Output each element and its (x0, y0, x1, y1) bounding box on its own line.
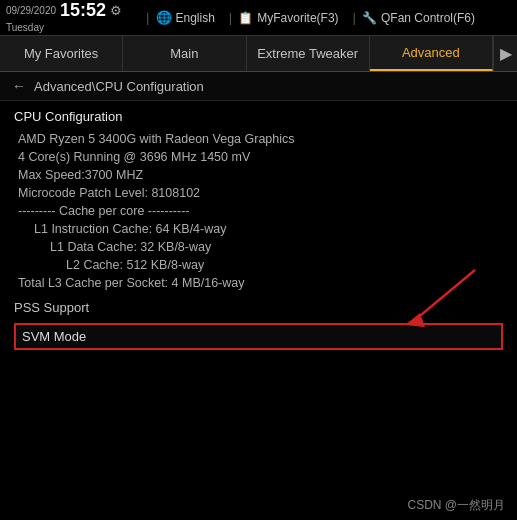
tab-my-favorites[interactable]: My Favorites (0, 36, 123, 71)
myfavorite-status[interactable]: 📋 MyFavorite(F3) (238, 11, 338, 25)
globe-icon: 🌐 (156, 10, 172, 25)
breadcrumb-path: Advanced\CPU Configuration (34, 79, 204, 94)
time-display: 15:52 (60, 1, 106, 19)
svm-mode-label: SVM Mode (22, 329, 86, 344)
cpu-model-row: AMD Ryzen 5 3400G with Radeon Vega Graph… (14, 130, 503, 148)
tab-advanced[interactable]: Advanced (370, 36, 493, 71)
gear-icon[interactable]: ⚙ (110, 3, 122, 18)
breadcrumb: ← Advanced\CPU Configuration (0, 72, 517, 101)
cpu-cores-row: 4 Core(s) Running @ 3696 MHz 1450 mV (14, 148, 503, 166)
divider2: | (229, 10, 232, 25)
myfav-icon: 📋 (238, 11, 253, 25)
nav-tabs: My Favorites Main Extreme Tweaker Advanc… (0, 36, 517, 72)
section-title: CPU Configuration (14, 109, 503, 124)
qfan-icon: 🔧 (362, 11, 377, 25)
divider3: | (353, 10, 356, 25)
l1-data-cache-row: L1 Data Cache: 32 KB/8-way (14, 238, 503, 256)
day-display: Tuesday (6, 22, 44, 33)
qfan-label: QFan Control(F6) (381, 11, 475, 25)
qfan-status[interactable]: 🔧 QFan Control(F6) (362, 11, 475, 25)
language-status[interactable]: 🌐 English (156, 10, 215, 25)
microcode-row: Microcode Patch Level: 8108102 (14, 184, 503, 202)
footer-text: CSDN @一然明月 (407, 497, 505, 514)
status-bar: 09/29/2020 15:52 ⚙ Tuesday | 🌐 English |… (0, 0, 517, 36)
more-tabs-icon[interactable]: ▶ (493, 36, 517, 71)
divider1: | (146, 10, 149, 25)
svg-line-0 (415, 270, 475, 320)
myfav-label: MyFavorite(F3) (257, 11, 338, 25)
svm-section: SVM Mode (14, 323, 503, 350)
cache-header-row: --------- Cache per core ---------- (14, 202, 503, 220)
tab-main[interactable]: Main (123, 36, 246, 71)
language-label: English (176, 11, 215, 25)
datetime-display: 09/29/2020 15:52 ⚙ Tuesday (6, 1, 132, 34)
cpu-maxspeed-row: Max Speed:3700 MHZ (14, 166, 503, 184)
cpu-config-content: CPU Configuration AMD Ryzen 5 3400G with… (0, 101, 517, 356)
l1-instruction-cache-row: L1 Instruction Cache: 64 KB/4-way (14, 220, 503, 238)
date-display: 09/29/2020 (6, 5, 56, 16)
back-arrow-icon[interactable]: ← (12, 78, 26, 94)
red-arrow-annotation (385, 265, 495, 330)
tab-extreme-tweaker[interactable]: Extreme Tweaker (247, 36, 370, 71)
